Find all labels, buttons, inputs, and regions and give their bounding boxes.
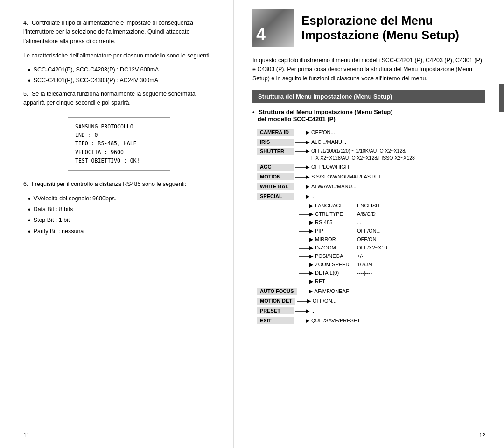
menu-value-camera-id: OFF/ON... (311, 130, 335, 135)
screen-line: TEST OBIETTIVO : OK! (75, 156, 163, 165)
menu-row-special: SPECIAL ——▶ ... (257, 192, 485, 201)
item-text-4: Controllate il tipo di alimentazione e i… (23, 20, 193, 44)
menu-item-agc: AGC (257, 164, 294, 171)
arrow-icon: ——▶ (297, 299, 311, 304)
arrow-icon: ——▶ (295, 149, 309, 154)
sub-row-mirror: ——▶ MIRROR OFF/ON (299, 236, 485, 243)
right-page: Esplorazione del Menu Impostazione (Menu… (233, 0, 504, 448)
menu-subtitle-text: Struttura del Menu Impostazione (Menu Se… (252, 108, 393, 122)
bullet-item: • SCC-C4201(P), SCC-C4203(P) : DC12V 600… (28, 65, 215, 74)
arrow-icon: ——▶ (295, 130, 309, 135)
sub-label-posi-nega: POSI/NEGA (315, 254, 352, 259)
sub-label-detail: DETAIL(0) (315, 270, 352, 276)
bullet-list-2: • VVelocità del segnale: 9600bps. • Data… (28, 194, 215, 236)
section-header: Struttura del Menu Impostazione (Menu Se… (252, 90, 485, 103)
sub-label-ret: RET (315, 279, 352, 284)
menu-item-special: SPECIAL (257, 193, 294, 200)
sub-arrow-icon: ——▶ (299, 237, 313, 242)
sub-row-rs485: ——▶ RS-485 ... (299, 219, 485, 227)
bullet-item: • Stop Bit : 1 bit (28, 216, 215, 225)
sub-row-detail: ——▶ DETAIL(0) ----|---- (299, 270, 485, 277)
sub-arrow-icon: ——▶ (299, 279, 313, 284)
menu-item-motion-det: MOTION DET (257, 298, 295, 305)
menu-value-exit: QUIT/SAVE/PRESET (311, 318, 360, 323)
screen-line: VELOCITA : 9600 (75, 148, 163, 156)
sub-label-zoom-speed: ZOOM SPEED (315, 262, 352, 267)
sub-value-posi-nega: +/- (357, 254, 363, 259)
menu-subtitle: • Struttura del Menu Impostazione (Menu … (252, 108, 485, 122)
bullet-dot: • (28, 76, 31, 85)
sub-row-language: ——▶ LANGUAGE ENGLISH (299, 202, 485, 210)
sub-arrow-icon: ——▶ (299, 262, 313, 267)
bullet-text: VVelocità del segnale: 9600bps. (34, 194, 117, 203)
arrow-icon: ——▶ (295, 164, 309, 170)
menu-item-motion: MOTION (257, 173, 294, 180)
bullet-text: Stop Bit : 1 bit (34, 216, 70, 225)
screen-line: SAMSUNG PROTOCOLLO (75, 122, 163, 131)
menu-item-auto-focus: AUTO FOCUS (257, 288, 297, 295)
left-page: 4. Controllate il tipo di alimentazione … (0, 0, 233, 448)
menu-value-shutter: OFF/1/100(1/120) ~ 1/10K/AUTO X2~X128/FI… (311, 148, 415, 161)
bullet-item: • Data Bit : 8 bits (28, 205, 215, 214)
screen-box: SAMSUNG PROTOCOLLO IND : 0 TIPO : RS-485… (68, 117, 170, 171)
item-num-5: 5. (23, 91, 28, 97)
sub-row-d-zoom: ——▶ D-ZOOM OFF/X2~X10 (299, 244, 485, 252)
menu-value-motion-det: OFF/ON... (313, 299, 336, 304)
sub-arrow-icon: ——▶ (299, 203, 313, 208)
menu-value-motion: S.S/SLOW/NORMAL/FAST/F.F. (311, 174, 383, 179)
sub-label-ctrl-type: CTRL TYPE (315, 212, 352, 217)
sub-value-pip: OFF/ON... (357, 228, 381, 234)
bullet-text: SCC-C4201(P), SCC-C4203(P) : DC12V 600mA (34, 65, 159, 74)
arrow-icon: ——▶ (295, 318, 309, 323)
menu-row-motion-det: MOTION DET ——▶ OFF/ON... (257, 297, 485, 306)
numbered-item-5: 5. Se la telecamera funziona normalmente… (23, 90, 215, 108)
sub-value-language: ENGLISH (357, 203, 379, 208)
sub-value-detail: ----|---- (357, 270, 372, 276)
bullet-text: Parity Bit : nessuna (34, 227, 84, 236)
bullet-list-1: • SCC-C4201(P), SCC-C4203(P) : DC12V 600… (28, 65, 215, 85)
item-text-6: I requisiti per il controllo a distanza … (32, 181, 186, 187)
menu-value-agc: OFF/LOW/HIGH (311, 164, 349, 170)
menu-item-camera-id: CAMERA ID (257, 129, 294, 136)
bullet-item: • VVelocità del segnale: 9600bps. (28, 194, 215, 203)
chapter-image (252, 9, 294, 47)
menu-value-special: ... (311, 194, 315, 199)
menu-value-auto-focus: AF/MF/ONEAF (315, 289, 349, 294)
bullet-dot: • (28, 194, 31, 203)
sub-row-zoom-speed: ——▶ ZOOM SPEED 1/2/3/4 (299, 261, 485, 269)
menu-row-auto-focus: AUTO FOCUS ——▶ AF/MF/ONEAF (257, 287, 485, 296)
intro-text: In questo capitolo illustreremo il menu … (252, 56, 485, 83)
item-num-4: 4. (23, 20, 28, 26)
item-num-6: 6. (23, 181, 28, 187)
menu-row-agc: AGC ——▶ OFF/LOW/HIGH (257, 163, 485, 171)
item-text-5: Se la telecamera funziona normalmente la… (23, 91, 196, 106)
menu-value-white-bal: ATW/AWC/MANU... (311, 184, 357, 189)
page-number-left: 11 (23, 432, 29, 439)
menu-item-iris: IRIS (257, 139, 294, 146)
margin-tab (499, 84, 504, 112)
bullet-text: SCC-C4301(P), SCC-C4303(P) : AC24V 300mA (34, 76, 158, 85)
arrow-icon: ——▶ (295, 308, 309, 313)
menu-value-preset: ... (311, 308, 315, 313)
numbered-item-6: 6. I requisiti per il controllo a distan… (23, 180, 215, 189)
bullet-dot: • (28, 227, 31, 236)
screen-line: IND : 0 (75, 131, 163, 139)
sub-arrow-icon: ——▶ (299, 270, 313, 276)
special-submenu: ——▶ LANGUAGE ENGLISH ——▶ CTRL TYPE A/B/C… (299, 202, 485, 285)
sub-value-zoom-speed: 1/2/3/4 (357, 262, 373, 267)
sub-value-d-zoom: OFF/X2~X10 (357, 245, 387, 250)
numbered-item-4: 4. Controllate il tipo di alimentazione … (23, 19, 215, 46)
menu-row-camera-id: CAMERA ID ——▶ OFF/ON... (257, 128, 485, 136)
sub-label-mirror: MIRROR (315, 237, 352, 242)
chapter-title-line1: Esplorazione del Menu Impostazione (Menu… (301, 14, 459, 43)
arrow-icon: ——▶ (295, 194, 309, 199)
bullet-item: • SCC-C4301(P), SCC-C4303(P) : AC24V 300… (28, 76, 215, 85)
bullet-text: Data Bit : 8 bits (34, 205, 73, 214)
sub-label-d-zoom: D-ZOOM (315, 245, 352, 250)
sub-label-pip: PIP (315, 228, 352, 234)
sub-arrow-icon: ——▶ (299, 220, 313, 225)
sub-row-pip: ——▶ PIP OFF/ON... (299, 228, 485, 235)
bullet-dot: • (252, 108, 255, 115)
sub-label-rs485: RS-485 (315, 220, 352, 225)
arrow-icon: ——▶ (295, 140, 309, 145)
